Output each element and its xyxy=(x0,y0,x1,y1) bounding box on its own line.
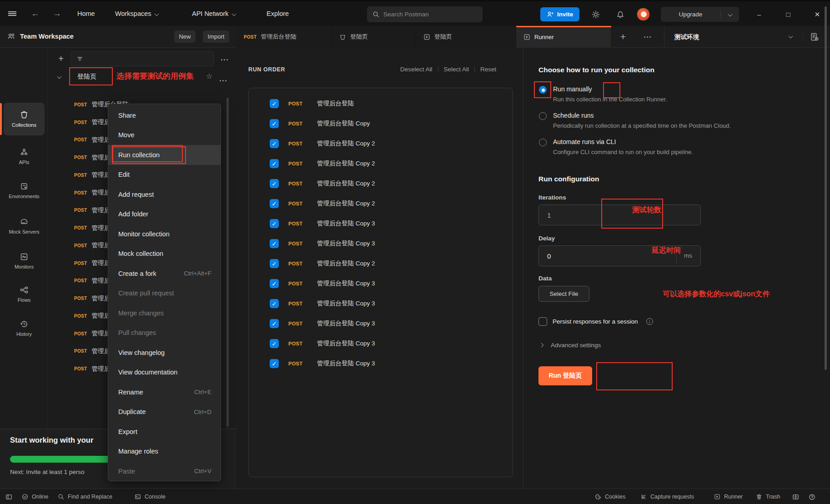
toggle-sidebar-icon[interactable] xyxy=(5,489,12,504)
context-menu-item[interactable]: Rename Ctrl+E xyxy=(108,382,221,402)
sidebar-item-mock-servers[interactable]: Mock Servers xyxy=(4,210,45,242)
nav-home[interactable]: Home xyxy=(77,1,95,26)
run-order-item[interactable]: POST 管理后台登陆 Copy 2 xyxy=(249,254,513,274)
checkbox-checked-icon[interactable] xyxy=(270,299,279,308)
import-button[interactable]: Import xyxy=(203,30,229,43)
capture-requests-button[interactable]: Capture requests xyxy=(640,489,694,504)
checkbox-checked-icon[interactable] xyxy=(270,339,279,348)
sidebar-item-flows[interactable]: Flows xyxy=(4,278,45,310)
checkbox-checked-icon[interactable] xyxy=(270,219,279,228)
context-menu-item[interactable]: Duplicate Ctrl+D xyxy=(108,402,221,422)
checkbox-checked-icon[interactable] xyxy=(270,239,279,248)
checkbox-checked-icon[interactable] xyxy=(270,199,279,208)
window-minimize-button[interactable]: – xyxy=(752,1,766,27)
delay-input[interactable] xyxy=(539,252,662,260)
user-avatar[interactable] xyxy=(637,8,650,21)
forward-arrow-icon[interactable]: → xyxy=(53,1,61,26)
run-order-item[interactable]: POST 管理后台登陆 Copy 3 xyxy=(249,214,513,234)
notifications-bell-icon[interactable] xyxy=(616,1,624,27)
context-menu-item[interactable]: Export xyxy=(108,422,221,442)
environment-name[interactable]: 测试环境 xyxy=(674,33,699,41)
deselect-all-link[interactable]: Deselect All xyxy=(400,66,433,73)
hamburger-menu-icon[interactable] xyxy=(8,1,16,26)
radio-button[interactable] xyxy=(535,135,550,150)
tab-request-post[interactable]: POST 管理后台登陆 xyxy=(236,26,332,48)
run-order-item[interactable]: POST 管理后台登陆 Copy 3 xyxy=(249,274,513,294)
sidebar-scrollbar[interactable] xyxy=(226,98,229,427)
run-mode-option[interactable]: Schedule runs Periodically run collectio… xyxy=(538,109,811,129)
console-toggle[interactable]: Console xyxy=(135,489,166,504)
checkbox-checked-icon[interactable] xyxy=(270,359,279,368)
context-menu-item[interactable]: View changelog xyxy=(108,343,221,363)
select-file-button[interactable]: Select File xyxy=(538,286,589,302)
run-order-item[interactable]: POST 管理后台登陆 Copy 2 xyxy=(249,134,513,154)
context-menu-item[interactable]: Edit xyxy=(108,165,221,185)
window-maximize-button[interactable]: □ xyxy=(781,1,795,27)
run-order-item[interactable]: POST 管理后台登陆 Copy 3 xyxy=(249,314,513,334)
help-icon[interactable] xyxy=(809,489,815,504)
context-menu-item[interactable]: View documentation xyxy=(108,363,221,383)
info-icon[interactable] xyxy=(646,318,653,325)
split-panel-icon[interactable] xyxy=(792,489,799,504)
find-and-replace[interactable]: Find and Replace xyxy=(58,489,112,504)
context-menu-item[interactable]: Add folder xyxy=(108,205,221,225)
new-button[interactable]: New xyxy=(174,30,196,43)
runner-button[interactable]: Runner xyxy=(714,489,743,504)
checkbox-checked-icon[interactable] xyxy=(270,179,279,188)
context-menu-item[interactable]: Run collection xyxy=(108,145,221,165)
run-order-item[interactable]: POST 管理后台登陆 Copy 3 xyxy=(249,334,513,354)
run-order-item[interactable]: POST 管理后台登陆 Copy 2 xyxy=(249,194,513,214)
context-menu-item[interactable]: Monitor collection xyxy=(108,224,221,244)
run-order-item[interactable]: POST 管理后台登陆 Copy 2 xyxy=(249,174,513,194)
status-online[interactable]: Online xyxy=(22,489,48,504)
cookies-button[interactable]: Cookies xyxy=(595,489,625,504)
run-collection-button[interactable]: Run 登陆页 xyxy=(538,366,592,385)
context-menu-item[interactable]: Share xyxy=(108,105,221,125)
search-input[interactable] xyxy=(383,11,470,18)
context-menu-item[interactable]: Add request xyxy=(108,185,221,205)
context-menu-item[interactable]: Mock collection xyxy=(108,244,221,264)
run-order-item[interactable]: POST 管理后台登陆 Copy 3 xyxy=(249,234,513,254)
environment-quick-look-icon[interactable] xyxy=(810,32,819,41)
tab-runner-active[interactable]: Runner xyxy=(516,26,612,48)
tab-options-icon[interactable] xyxy=(638,26,657,48)
run-order-item[interactable]: POST 管理后台登陆 Copy 2 xyxy=(249,154,513,174)
nav-workspaces[interactable]: Workspaces xyxy=(115,1,158,26)
upgrade-button[interactable]: Upgrade xyxy=(661,7,739,22)
select-all-link[interactable]: Select All xyxy=(444,66,469,73)
nav-explore[interactable]: Explore xyxy=(267,1,289,26)
sidebar-item-apis[interactable]: APIs xyxy=(4,140,45,173)
persist-checkbox[interactable] xyxy=(538,317,547,326)
new-tab-button[interactable]: + xyxy=(615,26,631,48)
checkbox-checked-icon[interactable] xyxy=(270,99,279,108)
invite-button[interactable]: Invite xyxy=(540,7,579,21)
run-order-item[interactable]: POST 管理后台登陆 Copy xyxy=(249,114,513,134)
run-order-item[interactable]: POST 管理后台登陆 Copy 3 xyxy=(249,294,513,314)
run-mode-option[interactable]: Run manually Run this collection in the … xyxy=(538,82,811,103)
sidebar-item-environments[interactable]: Environments xyxy=(4,174,45,207)
sidebar-item-monitors[interactable]: Monitors xyxy=(4,245,45,277)
checkbox-checked-icon[interactable] xyxy=(270,279,279,288)
trash-button[interactable]: Trash xyxy=(756,489,780,504)
sidebar-item-collections[interactable]: Collections xyxy=(4,103,45,135)
checkbox-checked-icon[interactable] xyxy=(270,259,279,268)
global-search[interactable] xyxy=(367,6,483,22)
run-mode-option[interactable]: Automate runs via CLI Configure CLI comm… xyxy=(538,135,811,155)
chevron-down-icon[interactable] xyxy=(789,34,793,39)
checkbox-checked-icon[interactable] xyxy=(270,119,279,128)
workspace-title[interactable]: Team Workspace xyxy=(20,33,74,40)
tab-runner-collection[interactable]: 登陆页 xyxy=(416,26,516,48)
context-menu-item[interactable]: Manage roles xyxy=(108,442,221,462)
settings-gear-icon[interactable] xyxy=(591,1,600,27)
context-menu-item[interactable]: Move xyxy=(108,125,221,145)
back-arrow-icon[interactable]: ← xyxy=(31,1,40,26)
window-close-button[interactable]: ✕ xyxy=(810,1,824,27)
sidebar-item-history[interactable]: History xyxy=(4,312,45,344)
context-menu-item[interactable]: Create a fork Ctrl+Alt+F xyxy=(108,264,221,284)
context-menu-item[interactable]: Merge changes xyxy=(108,303,221,323)
getting-started-next-step[interactable]: Next: Invite at least 1 perso xyxy=(10,469,85,475)
checkbox-checked-icon[interactable] xyxy=(270,159,279,168)
run-order-item[interactable]: POST 管理后台登陆 Copy 3 xyxy=(249,354,513,374)
context-menu-item[interactable]: Pull changes xyxy=(108,323,221,343)
run-order-item[interactable]: POST 管理后台登陆 xyxy=(249,94,513,114)
